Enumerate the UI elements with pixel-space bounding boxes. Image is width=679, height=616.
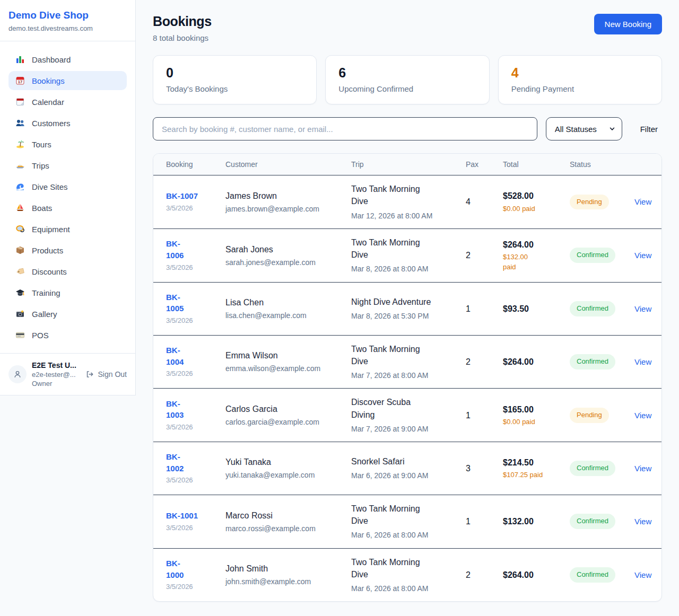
trip-name: Night Dive Adventure <box>351 296 457 308</box>
pax-count: 4 <box>466 196 503 208</box>
sidebar-item-training[interactable]: Training <box>8 283 127 302</box>
customer-cell: Marco Rossimarco.rossi@example.com <box>225 509 351 534</box>
booking-id-link[interactable]: BK- 1004 <box>166 345 217 368</box>
trip-name: Two Tank Morning Dive <box>351 503 457 527</box>
user-role: Owner <box>32 380 76 388</box>
actions-cell: View <box>634 569 661 581</box>
sidebar-item-dashboard[interactable]: Dashboard <box>8 50 127 69</box>
booking-id-link[interactable]: BK-1007 <box>166 190 217 202</box>
customer-email: john.smith@example.com <box>225 576 343 587</box>
trip-cell: Two Tank Morning DiveMar 6, 2026 at 8:00… <box>351 556 466 594</box>
user-email: e2e-tester@... <box>32 371 76 379</box>
table-row: BK- 10043/5/2026Emma Wilsonemma.wilson@e… <box>153 335 661 389</box>
customer-email: sarah.jones@example.com <box>225 257 343 268</box>
search-input[interactable] <box>153 117 537 140</box>
view-link[interactable]: View <box>634 197 651 206</box>
sidebar-item-label: Gallery <box>32 310 57 319</box>
sidebar-item-label: Dashboard <box>32 55 71 64</box>
filters-row: All Statuses Filter <box>153 117 662 140</box>
main-content: Bookings 8 total bookings New Booking 0T… <box>136 0 679 616</box>
view-link[interactable]: View <box>634 464 651 473</box>
total-cell: $528.00$0.00 paid <box>503 190 570 214</box>
customer-cell: Sarah Jonessarah.jones@example.com <box>225 243 351 268</box>
sidebar-item-discounts[interactable]: Discounts <box>8 262 127 281</box>
calendar-17-icon: 17 <box>15 76 25 85</box>
total-cell: $132.00 <box>503 515 570 527</box>
sidebar-item-tours[interactable]: Tours <box>8 135 127 154</box>
trip-name: Two Tank Morning Dive <box>351 556 457 580</box>
booking-id-link[interactable]: BK- 1005 <box>166 292 217 315</box>
sidebar: Demo Dive Shop demo.test.divestreams.com… <box>0 0 136 395</box>
bar-chart-icon <box>15 55 25 64</box>
column-header: Status <box>570 160 634 169</box>
booking-date: 3/5/2026 <box>166 316 217 326</box>
customer-cell: Yuki Tanakayuki.tanaka@example.com <box>225 456 351 480</box>
table-row: BK-10013/5/2026Marco Rossimarco.rossi@ex… <box>153 495 661 548</box>
booking-date: 3/5/2026 <box>166 476 217 486</box>
trip-datetime: Mar 7, 2026 at 9:00 AM <box>351 424 457 434</box>
booking-cell: BK-10013/5/2026 <box>166 510 225 533</box>
sidebar-item-equipment[interactable]: Equipment <box>8 219 127 239</box>
trip-cell: Snorkel SafariMar 6, 2026 at 9:00 AM <box>351 455 466 481</box>
new-booking-button[interactable]: New Booking <box>594 14 662 34</box>
table-row: BK- 10053/5/2026Lisa Chenlisa.chen@examp… <box>153 282 661 335</box>
sidebar-item-customers[interactable]: Customers <box>8 113 127 133</box>
pax-count: 1 <box>466 303 503 315</box>
sign-out-button[interactable]: Sign Out <box>84 369 127 379</box>
view-link[interactable]: View <box>634 570 651 579</box>
total-cell: $264.00$132.00 paid <box>503 239 570 272</box>
booking-id-link[interactable]: BK-1001 <box>166 510 217 522</box>
logout-icon <box>84 369 95 379</box>
status-cell: Confirmed <box>570 248 634 263</box>
booking-date: 3/5/2026 <box>166 263 217 273</box>
sidebar-item-dive-sites[interactable]: Dive Sites <box>8 177 127 196</box>
page-subtitle: 8 total bookings <box>153 33 212 42</box>
paid-amount: $132.00 paid <box>503 252 561 272</box>
column-header: Total <box>503 160 570 169</box>
booking-id-link[interactable]: BK- 1002 <box>166 451 217 474</box>
total-amount: $132.00 <box>503 515 561 527</box>
sidebar-item-bookings[interactable]: 17Bookings <box>8 71 127 90</box>
view-link[interactable]: View <box>634 357 651 366</box>
user-meta: E2E Test U... e2e-tester@... Owner <box>32 361 76 388</box>
view-link[interactable]: View <box>634 304 651 313</box>
booking-cell: BK- 10033/5/2026 <box>166 398 225 433</box>
sidebar-item-label: Discounts <box>32 267 67 276</box>
customer-name: Emma Wilson <box>225 349 343 362</box>
sidebar-item-label: POS <box>32 331 49 340</box>
page-header: Bookings 8 total bookings New Booking <box>153 14 662 42</box>
pax-count: 1 <box>466 409 503 421</box>
table-row: BK- 10023/5/2026Yuki Tanakayuki.tanaka@e… <box>153 442 661 495</box>
stat-label: Upcoming Confirmed <box>338 84 476 93</box>
trip-cell: Night Dive AdventureMar 8, 2026 at 5:30 … <box>351 296 466 321</box>
trip-name: Discover Scuba Diving <box>351 396 457 420</box>
sidebar-item-boats[interactable]: Boats <box>8 198 127 217</box>
booking-id-link[interactable]: BK- 1006 <box>166 238 217 261</box>
booking-id-link[interactable]: BK- 1003 <box>166 398 217 421</box>
filter-button[interactable]: Filter <box>636 121 662 137</box>
pax-count: 2 <box>466 569 503 581</box>
graduation-cap-icon <box>15 288 25 297</box>
view-link[interactable]: View <box>634 411 651 420</box>
trip-cell: Two Tank Morning DiveMar 8, 2026 at 8:00… <box>351 236 466 275</box>
sidebar-item-trips[interactable]: Trips <box>8 156 127 175</box>
total-cell: $264.00 <box>503 356 570 368</box>
avatar <box>8 365 27 383</box>
column-header: Pax <box>466 160 503 169</box>
pax-count: 2 <box>466 249 503 261</box>
sidebar-item-products[interactable]: Products <box>8 241 127 260</box>
view-link[interactable]: View <box>634 251 651 260</box>
booking-cell: BK- 10063/5/2026 <box>166 238 225 272</box>
view-link[interactable]: View <box>634 517 651 526</box>
sidebar-item-gallery[interactable]: Gallery <box>8 304 127 323</box>
status-badge: Confirmed <box>570 301 615 316</box>
booking-id-link[interactable]: BK- 1000 <box>166 558 217 581</box>
total-amount: $528.00 <box>503 190 561 202</box>
sidebar-item-pos[interactable]: POS <box>8 325 127 345</box>
actions-cell: View <box>634 462 661 474</box>
stat-value: 0 <box>166 65 303 81</box>
status-filter-select[interactable]: All Statuses <box>546 117 622 140</box>
sidebar-item-calendar[interactable]: Calendar <box>8 92 127 111</box>
booking-cell: BK- 10003/5/2026 <box>166 558 225 592</box>
status-cell: Confirmed <box>570 567 634 583</box>
